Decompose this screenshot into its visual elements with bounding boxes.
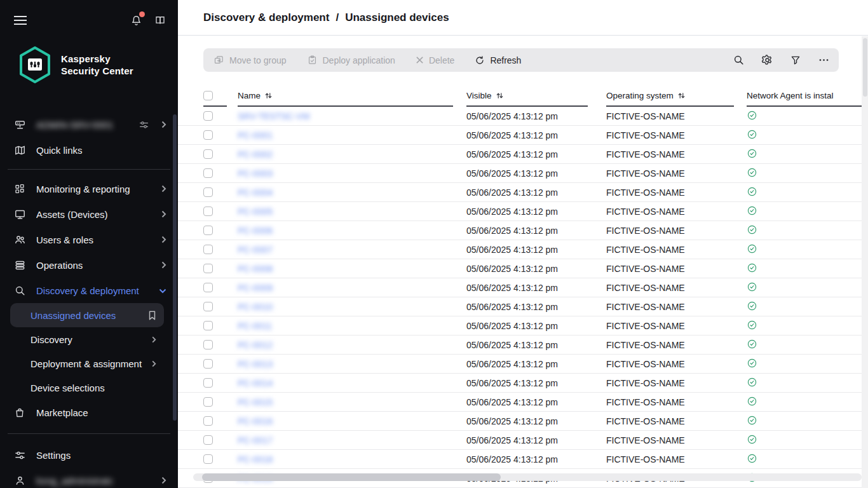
sort-icon[interactable] (496, 92, 504, 100)
device-name-link[interactable]: SRV-TESTSC-VM (238, 111, 309, 121)
agent-cell (747, 167, 868, 180)
hamburger-menu-icon[interactable] (14, 15, 27, 25)
chevron-right-icon (161, 185, 166, 193)
vertical-scrollbar[interactable] (862, 36, 868, 488)
row-checkbox[interactable] (203, 130, 213, 140)
sidebar-subitem-device-selections[interactable]: Device selections (10, 376, 164, 400)
device-name-link[interactable]: PC-0011 (238, 321, 272, 331)
device-name-link[interactable]: PC-0017 (238, 435, 273, 445)
row-checkbox[interactable] (203, 397, 213, 407)
row-checkbox[interactable] (203, 226, 213, 235)
grid-icon (14, 183, 26, 194)
deploy-application-icon (307, 55, 318, 65)
breadcrumb-parent[interactable]: Discovery & deployment (203, 11, 329, 24)
sidebar-subitem-unassigned-devices[interactable]: Unassigned devices (10, 303, 164, 327)
row-checkbox[interactable] (203, 340, 213, 349)
kaspersky-hexagon-logo-icon (18, 46, 52, 84)
row-checkbox[interactable] (203, 321, 213, 330)
sidebar-item-assets-devices[interactable]: Assets (Devices) (0, 201, 178, 227)
device-name-link[interactable]: PC-0015 (238, 397, 273, 407)
server-icon (14, 119, 26, 131)
column-header-visible[interactable]: Visible (466, 91, 588, 107)
agent-installed-check-icon (747, 110, 757, 121)
move-to-group-button[interactable]: Move to group (214, 55, 287, 65)
device-name-link[interactable]: PC-0007 (238, 245, 273, 255)
filter-funnel-icon[interactable] (790, 55, 801, 66)
chevron-right-icon[interactable] (161, 121, 166, 128)
device-name-link[interactable]: PC-0002 (238, 149, 273, 159)
sidebar-subitem-deployment-assignment[interactable]: Deployment & assignment (10, 351, 164, 376)
sidebar-divider (8, 169, 170, 170)
os-cell: FICTIVE-OS-NAME (606, 168, 734, 179)
device-name-link[interactable]: PC-0006 (238, 226, 273, 236)
sidebar-scrollbar-thumb[interactable] (173, 114, 177, 421)
row-checkbox[interactable] (203, 302, 213, 311)
os-cell: FICTIVE-OS-NAME (606, 397, 734, 407)
device-name-link[interactable]: PC-0008 (238, 264, 273, 274)
visible-cell: 05/06/2025 4:13:12 pm (466, 435, 588, 445)
device-name-link[interactable]: PC-0005 (238, 207, 273, 217)
help-book-icon[interactable] (154, 15, 166, 26)
row-checkbox[interactable] (203, 283, 213, 292)
sidebar-subitem-discovery[interactable]: Discovery (10, 327, 164, 351)
map-icon (14, 144, 26, 156)
bookmark-icon[interactable] (148, 311, 156, 320)
device-name-link[interactable]: PC-0016 (238, 416, 273, 426)
agent-cell (747, 396, 868, 409)
os-cell: FICTIVE-OS-NAME (606, 149, 734, 159)
agent-installed-check-icon (747, 205, 757, 216)
device-name-link[interactable]: PC-0003 (238, 168, 273, 179)
row-checkbox[interactable] (203, 378, 213, 388)
column-header-network-agent[interactable]: Network Agent is instal (747, 91, 868, 107)
table-row: PC-0007 05/06/2025 4:13:12 pm FICTIVE-OS… (178, 240, 868, 259)
row-checkbox[interactable] (203, 149, 213, 159)
notifications-bell-icon[interactable] (130, 14, 142, 27)
delete-button[interactable]: Delete (416, 55, 454, 65)
device-name-link[interactable]: PC-0018 (238, 454, 273, 464)
row-checkbox[interactable] (203, 435, 213, 445)
search-icon[interactable] (733, 54, 745, 66)
vertical-scrollbar-thumb[interactable] (863, 38, 867, 97)
device-name-link[interactable]: PC-0010 (238, 302, 273, 312)
sidebar-item-users-roles[interactable]: Users & roles (0, 227, 178, 252)
visible-cell: 05/06/2025 4:13:12 pm (466, 397, 588, 407)
device-name-link[interactable]: PC-0001 (238, 130, 273, 140)
row-checkbox[interactable] (203, 187, 213, 197)
row-checkbox[interactable] (203, 264, 213, 273)
sidebar-divider (8, 433, 170, 434)
column-header-name[interactable]: Name (238, 91, 453, 107)
row-checkbox[interactable] (203, 416, 213, 426)
gear-icon[interactable] (761, 54, 773, 66)
deploy-application-button[interactable]: Deploy application (307, 55, 395, 65)
horizontal-scrollbar[interactable] (193, 473, 862, 481)
refresh-button[interactable]: Refresh (475, 55, 521, 65)
row-checkbox[interactable] (203, 245, 213, 254)
sidebar-item-discovery-deployment[interactable]: Discovery & deployment (0, 278, 178, 303)
os-cell: FICTIVE-OS-NAME (606, 264, 734, 274)
sidebar-item-operations[interactable]: Operations (0, 252, 178, 278)
device-name-link[interactable]: PC-0013 (238, 359, 273, 369)
device-name-link[interactable]: PC-0009 (238, 283, 273, 293)
column-header-operating-system[interactable]: Operating system (606, 91, 734, 107)
select-all-checkbox[interactable] (203, 91, 213, 100)
row-checkbox[interactable] (203, 207, 213, 216)
horizontal-scrollbar-thumb[interactable] (202, 473, 501, 481)
ellipsis-more-icon[interactable] (818, 54, 830, 66)
device-name-link[interactable]: PC-0004 (238, 187, 273, 198)
sidebar-item-server[interactable]: ADMIN-SRV-0001 (0, 112, 178, 137)
sidebar-item-monitoring-reporting[interactable]: Monitoring & reporting (0, 176, 178, 201)
row-checkbox[interactable] (203, 359, 213, 369)
row-checkbox[interactable] (203, 168, 213, 178)
sidebar-item-quick-links[interactable]: Quick links (0, 137, 178, 163)
sidebar-item-user-account[interactable]: ksng_administrator (0, 468, 178, 488)
row-checkbox[interactable] (203, 111, 213, 121)
sort-icon[interactable] (677, 92, 686, 100)
device-name-link[interactable]: PC-0012 (238, 340, 273, 350)
row-checkbox[interactable] (203, 454, 213, 464)
device-name-link[interactable]: PC-0014 (238, 378, 273, 388)
sidebar-item-marketplace[interactable]: Marketplace (0, 400, 178, 425)
agent-cell (747, 243, 868, 256)
sidebar-item-settings[interactable]: Settings (0, 442, 178, 468)
sort-icon[interactable] (264, 92, 273, 100)
server-properties-icon[interactable] (139, 119, 149, 130)
